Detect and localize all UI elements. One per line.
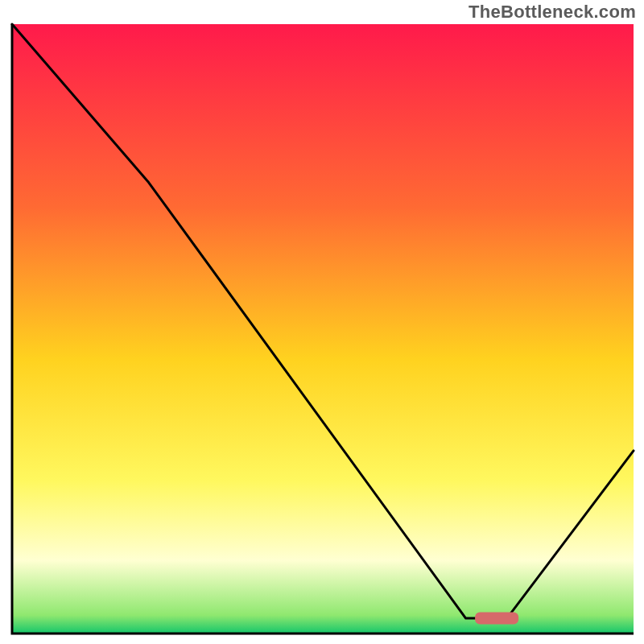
bottleneck-chart bbox=[0, 0, 644, 644]
optimal-range-marker bbox=[475, 613, 518, 625]
chart-container: TheBottleneck.com bbox=[0, 0, 644, 644]
watermark-text: TheBottleneck.com bbox=[469, 2, 636, 23]
plot-background bbox=[12, 24, 634, 634]
